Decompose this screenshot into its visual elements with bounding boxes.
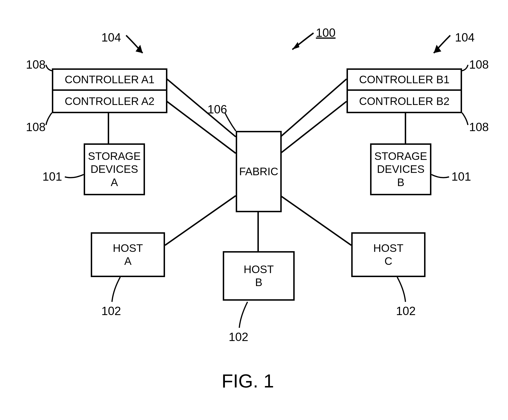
ref-101-left: 101 — [42, 170, 62, 183]
ref-108-bl: 108 — [26, 120, 45, 134]
svg-line-3 — [280, 101, 346, 153]
fabric-label: FABRIC — [239, 165, 278, 178]
ref-104-left: 104 — [101, 31, 121, 44]
storage-b-label: STORAGE DEVICES B — [374, 150, 427, 189]
controller-a2-label: CONTROLLER A2 — [65, 95, 155, 108]
figure-caption: FIG. 1 — [221, 370, 274, 392]
ref-102-right: 102 — [396, 304, 416, 318]
storage-a-label: STORAGE DEVICES A — [88, 150, 141, 189]
ref-104-right: 104 — [455, 31, 475, 44]
fabric-box: FABRIC — [236, 131, 282, 212]
ref-102-mid: 102 — [229, 330, 248, 344]
host-a-label: HOST A — [113, 242, 143, 268]
svg-line-6 — [165, 196, 236, 245]
ref-108-br: 108 — [469, 120, 489, 134]
ref-102-left: 102 — [101, 304, 121, 318]
svg-marker-10 — [136, 45, 143, 53]
diagram-canvas: CONTROLLER A1 CONTROLLER A2 CONTROLLER B… — [0, 0, 508, 420]
ref-100: 100 — [316, 26, 335, 40]
controller-b2-label: CONTROLLER B2 — [359, 95, 449, 108]
svg-marker-11 — [434, 45, 441, 53]
ref-108-tr: 108 — [469, 58, 489, 71]
host-c-box: HOST C — [351, 232, 426, 277]
host-b-box: HOST B — [223, 251, 295, 301]
host-b-label: HOST B — [244, 263, 274, 289]
host-a-box: HOST A — [91, 232, 165, 277]
controller-a1-box: CONTROLLER A1 — [52, 68, 167, 91]
controller-a2-box: CONTROLLER A2 — [52, 91, 167, 113]
controller-b2-box: CONTROLLER B2 — [346, 91, 462, 113]
controller-b1-box: CONTROLLER B1 — [346, 68, 462, 91]
ref-108-tl: 108 — [26, 58, 45, 71]
storage-a-box: STORAGE DEVICES A — [84, 143, 145, 195]
controller-a1-label: CONTROLLER A1 — [65, 73, 155, 86]
svg-marker-9 — [292, 42, 299, 50]
controller-b1-label: CONTROLLER B1 — [359, 73, 449, 86]
svg-line-2 — [280, 79, 346, 137]
storage-b-box: STORAGE DEVICES B — [370, 143, 431, 195]
host-c-label: HOST C — [373, 242, 404, 268]
ref-101-right: 101 — [451, 170, 471, 183]
ref-106: 106 — [207, 103, 227, 116]
svg-line-7 — [280, 196, 351, 245]
